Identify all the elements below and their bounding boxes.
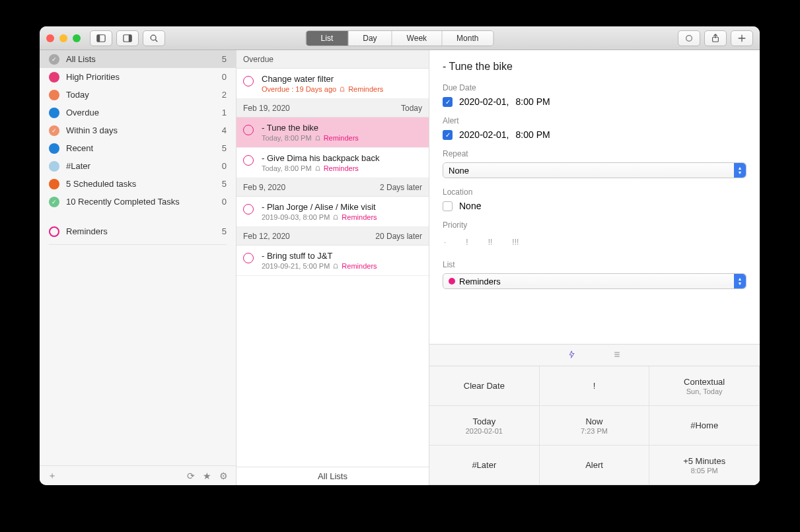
sidebar-item[interactable]: 5 Scheduled tasks5 xyxy=(40,175,236,193)
priority-row: · ! !! !!! xyxy=(443,234,746,251)
list-select[interactable]: Reminders ▲▼ xyxy=(443,273,746,289)
quick-action-cell[interactable]: +5 Minutes8:05 PM xyxy=(649,446,760,485)
sidebar-item-icon: ✓ xyxy=(49,197,59,207)
sync-button[interactable] xyxy=(678,30,700,46)
sidebar-item[interactable]: Recent5 xyxy=(40,139,236,157)
list-view-tab[interactable] xyxy=(613,349,621,361)
sidebar-item[interactable]: Reminders5 xyxy=(40,222,236,240)
sidebar-item[interactable]: ✓Within 3 days4 xyxy=(40,121,236,139)
task-row[interactable]: - Bring stuff to J&T2019-09-21, 5:00 PM … xyxy=(236,246,429,276)
location-row[interactable]: None xyxy=(443,201,746,211)
sidebar-item[interactable]: ✓10 Recently Completed Tasks0 xyxy=(40,193,236,211)
label-priority: Priority xyxy=(443,220,746,230)
share-button[interactable] xyxy=(704,30,727,46)
app-window: List Day Week Month ✓All Lists5High Prio… xyxy=(40,26,760,485)
search-button[interactable] xyxy=(143,30,165,46)
task-complete-radio[interactable] xyxy=(243,253,254,263)
toggle-sidebar-right-button[interactable] xyxy=(116,30,139,46)
quick-action-cell[interactable]: #Later xyxy=(429,446,540,485)
minimize-window-button[interactable] xyxy=(59,34,67,42)
alert-row[interactable]: ✓ 2020-02-01, 8:00 PM xyxy=(443,129,746,140)
alert-checkbox[interactable]: ✓ xyxy=(443,130,453,140)
task-complete-radio[interactable] xyxy=(243,125,254,135)
priority-low[interactable]: ! xyxy=(466,238,468,247)
task-list: OverdueChange water filterOverdue : 19 D… xyxy=(236,50,429,276)
task-title: - Plan Jorge / Alise / Mike visit xyxy=(262,202,422,212)
task-subtitle: Today, 8:00 PM Reminders xyxy=(262,164,422,172)
section-header: Feb 12, 202020 Days later xyxy=(236,227,429,246)
close-window-button[interactable] xyxy=(46,34,54,42)
quick-action-primary: Now xyxy=(585,416,602,426)
task-row[interactable]: - Tune the bikeToday, 8:00 PM Reminders xyxy=(236,117,429,148)
sidebar-item-count: 5 xyxy=(222,226,227,236)
quick-action-cell[interactable]: ! xyxy=(540,366,650,406)
task-list-footer[interactable]: All Lists xyxy=(236,467,429,485)
favorite-icon[interactable]: ★ xyxy=(203,471,211,481)
task-title: Change water filter xyxy=(262,74,422,84)
segment-day[interactable]: Day xyxy=(348,31,392,46)
sidebar-item[interactable]: Today2 xyxy=(40,86,236,104)
due-date-row[interactable]: ✓ 2020-02-01, 8:00 PM xyxy=(443,96,746,107)
quick-action-cell[interactable]: Clear Date xyxy=(429,366,540,406)
alert-time[interactable]: 8:00 PM xyxy=(516,129,550,140)
task-list-pane: OverdueChange water filterOverdue : 19 D… xyxy=(236,50,429,485)
svg-point-4 xyxy=(151,35,156,40)
list-color-dot-icon xyxy=(449,278,455,284)
sidebar-item[interactable]: Overdue1 xyxy=(40,104,236,121)
section-right-label: 20 Days later xyxy=(375,232,422,241)
settings-gear-icon[interactable]: ⚙ xyxy=(219,471,228,481)
priority-none[interactable]: · xyxy=(444,238,446,247)
section-right-label: 2 Days later xyxy=(380,183,422,192)
svg-point-6 xyxy=(686,35,692,41)
priority-med[interactable]: !! xyxy=(488,238,493,247)
sidebar-item-count: 5 xyxy=(222,179,227,189)
sidebar-item-label: 5 Scheduled tasks xyxy=(66,179,222,189)
quick-action-cell[interactable]: Alert xyxy=(540,446,650,485)
due-date-date[interactable]: 2020-02-01, xyxy=(459,96,509,107)
due-date-time[interactable]: 8:00 PM xyxy=(516,96,550,107)
segment-list[interactable]: List xyxy=(307,31,349,46)
task-row[interactable]: - Plan Jorge / Alise / Mike visit2019-09… xyxy=(236,197,429,227)
sidebar-item-icon: ✓ xyxy=(49,125,59,136)
sidebar-item[interactable]: ✓All Lists5 xyxy=(40,50,236,68)
section-right-label: Today xyxy=(401,104,422,113)
zoom-window-button[interactable] xyxy=(73,34,81,42)
refresh-icon[interactable]: ⟳ xyxy=(187,471,195,481)
quick-action-cell[interactable]: ContextualSun, Today xyxy=(649,366,760,406)
sidebar-item[interactable]: #Later0 xyxy=(40,157,236,175)
toggle-sidebar-left-button[interactable] xyxy=(90,30,112,46)
quick-action-secondary: 8:05 PM xyxy=(691,467,718,475)
task-complete-radio[interactable] xyxy=(243,76,254,86)
task-complete-radio[interactable] xyxy=(243,155,254,166)
quick-action-cell[interactable]: Today2020-02-01 xyxy=(429,406,540,446)
sidebar-item[interactable]: High Priorities0 xyxy=(40,68,236,86)
task-body: - Bring stuff to J&T2019-09-21, 5:00 PM … xyxy=(262,251,422,270)
location-checkbox[interactable] xyxy=(443,201,453,211)
sidebar-item-count: 4 xyxy=(222,125,227,135)
sidebar-item-icon xyxy=(49,161,59,172)
titlebar: List Day Week Month xyxy=(40,26,760,50)
due-date-checkbox[interactable]: ✓ xyxy=(443,97,453,107)
sidebar-item-label: Recent xyxy=(66,143,222,153)
quick-action-cell[interactable]: #Home xyxy=(649,406,760,446)
detail-scroll: - Tune the bike Due Date ✓ 2020-02-01, 8… xyxy=(429,50,760,344)
add-button[interactable] xyxy=(731,30,753,46)
sidebar-item-label: All Lists xyxy=(66,54,222,64)
add-list-button[interactable]: ＋ xyxy=(48,470,57,482)
section-header: Feb 19, 2020Today xyxy=(236,99,429,117)
task-complete-radio[interactable] xyxy=(243,204,254,215)
sidebar-item-icon xyxy=(49,72,59,83)
repeat-select[interactable]: None ▲▼ xyxy=(443,162,746,178)
quick-action-primary: Today xyxy=(472,416,495,426)
task-row[interactable]: - Give Dima his backpack backToday, 8:00… xyxy=(236,148,429,178)
task-row[interactable]: Change water filterOverdue : 19 Days ago… xyxy=(236,69,429,99)
segment-week[interactable]: Week xyxy=(392,31,442,46)
sidebar-item-label: Within 3 days xyxy=(66,125,222,135)
detail-title[interactable]: - Tune the bike xyxy=(443,61,746,73)
alert-date[interactable]: 2020-02-01, xyxy=(459,129,509,140)
segment-month[interactable]: Month xyxy=(442,31,493,46)
quick-action-cell[interactable]: Now7:23 PM xyxy=(540,406,650,446)
priority-high[interactable]: !!! xyxy=(512,238,519,247)
sidebar-item-icon xyxy=(49,90,59,100)
quick-actions-tab[interactable] xyxy=(568,349,576,361)
